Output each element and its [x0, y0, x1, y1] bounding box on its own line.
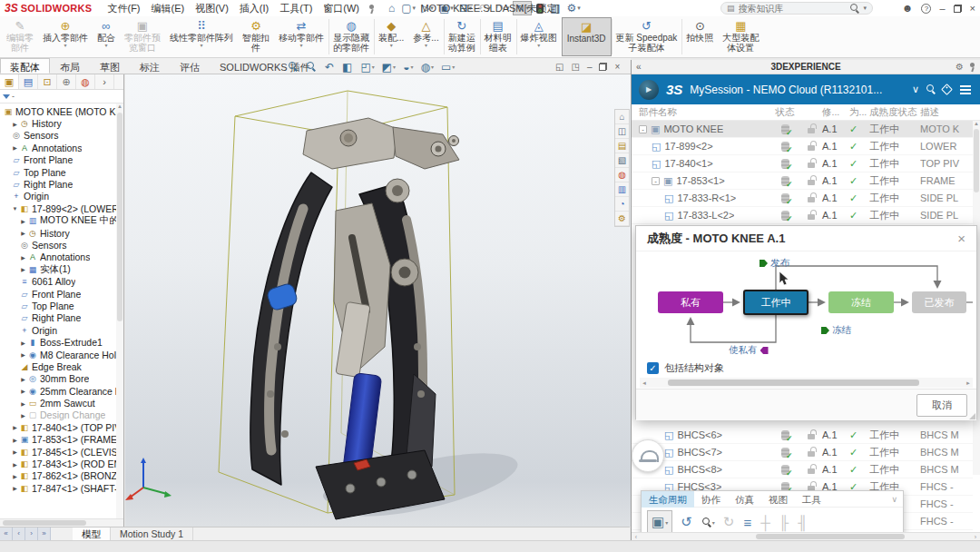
scrollbar-thumb[interactable]: [117, 113, 122, 321]
tree-item[interactable]: ◢ Edge Break: [0, 360, 123, 372]
tree-item[interactable]: ▶ ▥ MOTO KNEE 中的配: [0, 215, 123, 227]
new-motion-study-button[interactable]: ↻ 新建运 动算例: [444, 17, 480, 56]
mate-button[interactable]: ∞ 配合 ▾: [93, 17, 120, 56]
menu-item[interactable]: 视图(V): [190, 2, 234, 15]
featuremanager-tab-icon[interactable]: ▣: [0, 74, 19, 89]
tree-item[interactable]: ▶ ▭ 2mm Sawcut: [0, 397, 123, 409]
tree-item[interactable]: ▱ Front Plane: [0, 288, 123, 300]
expand-arrow-icon[interactable]: ▼: [11, 206, 19, 212]
scroll-right-icon[interactable]: ►: [964, 380, 973, 386]
expand-arrow-icon[interactable]: ▶: [19, 400, 27, 407]
next-sheet-icon[interactable]: ›: [25, 527, 38, 540]
commandmanager-tab[interactable]: 装配体: [0, 58, 50, 74]
reload-icon[interactable]: ↻: [723, 514, 736, 530]
component-row[interactable]: - ▣ 17-853<1> A.1 ✓ 工作中 FRAME: [632, 172, 973, 190]
restore-doc-icon[interactable]: [599, 63, 607, 71]
appearances-tab-icon[interactable]: ◍: [615, 168, 629, 182]
scroll-left-icon[interactable]: ◄: [640, 380, 649, 386]
tree-item[interactable]: ▶ ◷ History: [0, 227, 123, 239]
tree-item[interactable]: + Origin: [0, 191, 123, 202]
column-description[interactable]: 描述: [920, 106, 973, 119]
expand-arrow-icon[interactable]: ▶: [19, 376, 27, 382]
component-row[interactable]: ◱ 17-899<2> A.1 ✓ 工作中 LOWER: [632, 138, 973, 155]
component-row[interactable]: ◱ BHCS<7> A.1 ✓ 工作中 BHCS M: [632, 444, 973, 461]
column-part-name[interactable]: 部件名称: [632, 106, 769, 119]
dimxpert-tab-icon[interactable]: ⊕: [57, 74, 76, 89]
replace-component-icon[interactable]: ╟: [779, 515, 790, 530]
close-doc-icon[interactable]: ×: [614, 62, 620, 72]
section-view-icon[interactable]: ◧: [342, 61, 353, 74]
tree-filter[interactable]: -: [0, 90, 123, 104]
freeze-action[interactable]: 冻结: [821, 324, 851, 337]
component-row[interactable]: ◱ 17-840<1> A.1 ✓ 工作中 TOP PIV: [632, 155, 973, 172]
tab-simulation[interactable]: 仿真: [728, 491, 761, 508]
dialog-horizontal-scrollbar[interactable]: ◄ ►: [640, 378, 973, 388]
view-settings-icon[interactable]: ▭ ▾: [441, 61, 455, 74]
assembly-features-button[interactable]: ◆ 装配... ▾: [374, 17, 408, 56]
checkbox-checked-icon[interactable]: ✓: [647, 362, 659, 374]
zoom-fit-icon[interactable]: [289, 62, 299, 72]
tree-item[interactable]: ▱ Right Plane: [0, 312, 123, 324]
moto-knee-model[interactable]: [250, 118, 459, 519]
insert-components-button[interactable]: ⊕ 插入零部件 ▾: [38, 17, 93, 56]
tree-item[interactable]: ▱ Top Plane: [0, 300, 123, 311]
close-window-icon[interactable]: ×: [970, 3, 975, 14]
displaymanager-tab-icon[interactable]: ◍: [76, 74, 95, 89]
tab-lifecycle[interactable]: 生命周期: [642, 491, 694, 508]
expand-arrow-icon[interactable]: ▶: [11, 485, 19, 491]
tree-item[interactable]: ▶ ◷ History: [0, 117, 123, 129]
tree-item[interactable]: ≡ 6061 Alloy: [0, 275, 123, 287]
expand-arrow-icon[interactable]: ▶: [19, 388, 27, 394]
expand-arrow-icon[interactable]: ▶: [19, 230, 27, 236]
row-collapse-box[interactable]: -: [639, 125, 647, 133]
update-speedpak-button[interactable]: ↺ 更新 Speedpak 子装配体: [612, 17, 682, 56]
last-sheet-icon[interactable]: »: [38, 527, 51, 540]
move-component-button[interactable]: ⇄ 移动零部件 ▾: [274, 17, 328, 56]
component-row[interactable]: ◱ 17-833-R<1> A.1 ✓ 工作中 SIDE PL: [632, 190, 973, 207]
commandmanager-tab[interactable]: 草图: [90, 58, 130, 74]
tree-item[interactable]: ▶ ◧ 17-845<1> (CLEVIS): [0, 446, 123, 458]
tab-collaborate[interactable]: 协作: [694, 491, 728, 508]
panel-horizontal-scrollbar[interactable]: ‹ ›: [632, 532, 980, 540]
component-row[interactable]: ◱ 17-833-L<2> A.1 ✓ 工作中 SIDE PL: [632, 207, 973, 224]
update-status-icon[interactable]: ↺: [681, 514, 693, 530]
scroll-left-icon[interactable]: ‹: [632, 534, 641, 540]
forum-tab-icon[interactable]: ◔: [615, 197, 629, 212]
expand-arrow-icon[interactable]: ▶: [11, 121, 19, 127]
show-hidden-button[interactable]: ◍ 显示隐藏 的零部件: [328, 17, 374, 56]
expand-arrow-icon[interactable]: ▶: [19, 340, 27, 346]
minimize-doc-icon[interactable]: –: [587, 62, 593, 72]
scrollbar-thumb[interactable]: [3, 520, 86, 526]
tree-item[interactable]: + Origin: [0, 324, 123, 336]
tags-icon[interactable]: [941, 84, 953, 95]
commandmanager-tab[interactable]: 标注: [130, 58, 170, 74]
tree-vertical-scrollbar[interactable]: ▲: [116, 104, 123, 518]
scrollbar-thumb[interactable]: [756, 534, 905, 539]
menu-item[interactable]: 工具(T): [274, 2, 318, 15]
new-revision-icon[interactable]: ╢: [798, 515, 808, 530]
expand-arrow-icon[interactable]: ▶: [11, 424, 19, 430]
scroll-up-icon[interactable]: ▲: [974, 121, 979, 126]
expand-arrow-icon[interactable]: ▶: [19, 351, 27, 358]
tree-item[interactable]: ▶ A Annotations: [0, 251, 123, 263]
reference-geometry-button[interactable]: △ 参考... ▾: [408, 17, 443, 56]
dock-right-icon[interactable]: ◳: [571, 62, 579, 72]
3dexperience-compass-icon[interactable]: [639, 80, 659, 100]
restore-window-icon[interactable]: [954, 5, 962, 13]
tree-item[interactable]: ▱ Right Plane: [0, 178, 123, 190]
panel-menu-icon[interactable]: [960, 89, 971, 91]
tree-item[interactable]: ▣ MOTO KNEE (MOTO KNE: [0, 105, 123, 117]
dialog-close-icon[interactable]: ×: [957, 231, 965, 246]
pane-settings-tab-icon[interactable]: ⚙: [615, 212, 629, 226]
view-orientation-icon[interactable]: ◰ ▾: [360, 61, 374, 74]
menu-item[interactable]: 窗口(W): [318, 2, 365, 15]
column-maturity[interactable]: 成熟度状态: [869, 106, 920, 119]
column-status[interactable]: 状态: [769, 106, 800, 119]
scrollbar-thumb[interactable]: [668, 380, 920, 386]
tree-item[interactable]: ▶ ◉ M8 Clearance Hole: [0, 349, 123, 360]
panel-search-icon[interactable]: [926, 84, 936, 94]
tree-item[interactable]: ▼ ◧ 17-899<2> (LOWER B: [0, 202, 123, 214]
edit-appearance-icon[interactable]: ◍ ▾: [420, 61, 434, 74]
tab-views[interactable]: 视图: [761, 491, 795, 508]
state-in-work[interactable]: 工作中: [743, 290, 808, 315]
